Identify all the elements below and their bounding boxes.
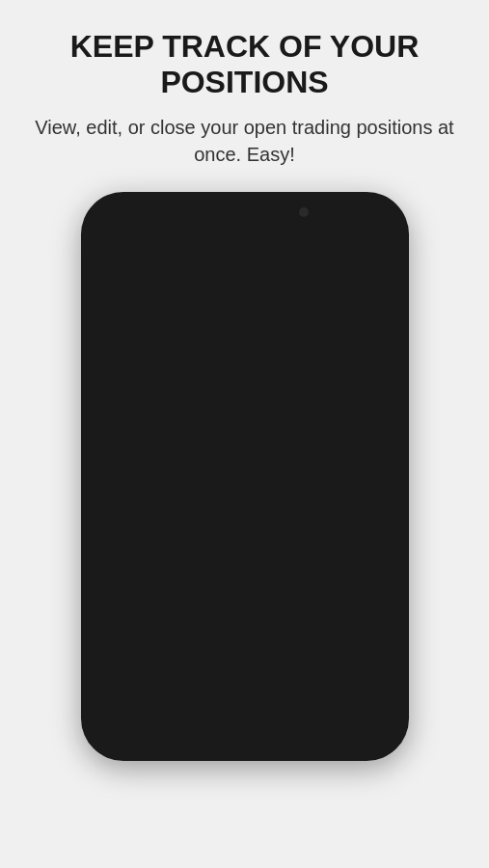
pnl-current-label: Current (293, 491, 361, 501)
chart-button[interactable] (361, 549, 386, 568)
amount-opening-label: Opening (216, 545, 293, 555)
svg-rect-26 (374, 617, 377, 629)
chart-button-wrapper (361, 549, 390, 568)
svg-rect-13 (369, 425, 372, 435)
tab-icon-wrapper-orders: 0 (305, 234, 330, 259)
position-pnl: -$5.60 (293, 542, 361, 556)
amount-info: 100 Stocks Opening 76.66 Current 76.58 (216, 598, 293, 648)
pnl-current-val: 231.38 (293, 501, 361, 510)
pnl-current-label: Current (293, 556, 361, 565)
svg-rect-17 (369, 490, 372, 500)
svg-rect-9 (369, 361, 372, 370)
svg-rect-15 (378, 426, 381, 435)
amount-current-label: Current (216, 500, 293, 509)
positions-badge: 5 (177, 229, 193, 244)
pnl-current-val: 1.12104 (293, 565, 361, 575)
chart-button-wrapper (361, 355, 390, 374)
instrument-info: Crude Oil 24/04/2019 15:17 (127, 348, 216, 381)
amount-opening-label: Opening (216, 416, 293, 425)
amount-opening-label: Opening (216, 480, 293, 490)
svg-marker-3 (176, 249, 181, 254)
direction-icon (100, 553, 127, 564)
pnl-current-val: 1273.04 (293, 436, 361, 446)
svg-rect-21 (369, 555, 372, 564)
instrument-time: 15:17 (127, 436, 216, 446)
pnl-info: -$5.60 Current 1.12104 (293, 542, 361, 575)
svg-rect-25 (369, 619, 372, 629)
svg-rect-2 (165, 251, 175, 253)
instrument-date: 24/04/2019 (127, 426, 216, 436)
svg-rect-20 (366, 557, 368, 564)
col-amount: Amount (216, 315, 293, 326)
svg-rect-24 (366, 622, 368, 629)
pnl-info: -$8.97 Current 76.58 (293, 607, 361, 639)
tab-orders-label: Limit Orders (290, 262, 342, 273)
instrument-time: 15:17 (127, 371, 216, 381)
amount-num: 50 Stocks (216, 469, 293, 480)
instrument-name: Gold (127, 413, 216, 426)
close-losing-button[interactable]: CloseAll LosingPositions (193, 689, 296, 747)
svg-line-7 (317, 247, 320, 249)
amount-opening-val: 66.14 (216, 361, 293, 370)
orders-badge: 0 (322, 229, 338, 244)
pnl-current-label: Current (293, 426, 361, 436)
amount-num: 100 Stocks (216, 598, 293, 610)
direction-icon (100, 359, 127, 370)
amount-current-val: 1.12104 (216, 574, 293, 583)
positions-list: Crude Oil 24/04/2019 15:17 250 Contracts… (91, 333, 399, 689)
direction-icon (100, 488, 127, 500)
instrument-info: Gold 24/04/2019 15:17 (127, 413, 216, 446)
close-all-button[interactable]: CloseAll Positions (91, 689, 194, 747)
position-pnl: -$8.97 (293, 607, 361, 620)
chart-button[interactable] (361, 420, 386, 439)
pnl-current-label: Current (293, 362, 361, 371)
table-row[interactable]: Crude Oil 24/04/2019 15:17 250 Contracts… (91, 333, 399, 397)
pnl-current-val: 66.20 (293, 371, 361, 381)
amount-num: 20,000 EUR (216, 533, 293, 545)
col-pnl: P&L ($) (293, 315, 361, 326)
svg-rect-0 (165, 241, 180, 243)
chart-button[interactable] (361, 484, 386, 503)
table-row[interactable]: Gold 24/04/2019 15:17 25 Contracts Openi… (91, 397, 399, 462)
tab-open-positions[interactable]: 5 Open Positions (100, 229, 245, 281)
amount-opening-label: Opening (216, 351, 293, 361)
instrument-date: 24/04/2019 (127, 556, 216, 565)
col-instrument: Instrument (127, 315, 216, 326)
instrument-info: BMW 24/04/2019 15:16 (127, 607, 216, 639)
instrument-name: Adidas (127, 477, 216, 491)
tab-bar: 5 Open Positions 0 Limit Orders (91, 205, 399, 282)
svg-rect-16 (366, 493, 368, 500)
phone-mockup: 5 Open Positions 0 Limit Orders (81, 192, 409, 761)
table-header: B/S Instrument Amount P&L ($) (91, 310, 399, 333)
svg-rect-8 (366, 364, 368, 370)
pnl-info: -$12.33 Current 231.38 (293, 477, 361, 510)
table-row[interactable]: Adidas 24/04/2019 15:17 50 Stocks Openin… (91, 462, 399, 527)
pnl-current-label: Current (293, 620, 361, 630)
instrument-name: EUR/USD (127, 542, 216, 556)
svg-rect-12 (366, 428, 368, 435)
tab-limit-orders[interactable]: 0 Limit Orders (245, 229, 390, 281)
chart-button[interactable] (361, 355, 386, 374)
amount-info: 20,000 EUR Opening 1.12076 Current 1.121… (216, 533, 293, 583)
svg-rect-14 (374, 423, 377, 435)
instrument-info: EUR/USD 24/04/2019 15:16 (127, 542, 216, 575)
amount-current-label: Current (216, 370, 293, 380)
position-pnl: -$15.50 (293, 413, 361, 426)
chart-button[interactable] (361, 613, 386, 633)
amount-opening-label: Opening (216, 610, 293, 619)
tab-icon-wrapper-positions: 5 (160, 234, 185, 259)
amount-current-label: Current (216, 564, 293, 574)
chart-button-wrapper (361, 420, 390, 439)
instrument-name: Crude Oil (127, 348, 216, 362)
amount-num: 25 Contracts (216, 404, 293, 416)
close-profitable-button[interactable]: CloseAll ProfitablePositions (296, 689, 399, 747)
instrument-date: 24/04/2019 (127, 362, 216, 371)
table-row[interactable]: BMW 24/04/2019 15:16 100 Stocks Opening … (91, 591, 399, 656)
amount-opening-val: 231.6 (216, 490, 293, 500)
amount-opening-val: 76.66 (216, 619, 293, 629)
svg-rect-23 (378, 556, 381, 564)
amount-info: 50 Stocks Opening 231.6 Current 231.38 (216, 469, 293, 519)
direction-icon (100, 423, 127, 435)
table-row[interactable]: EUR/USD 24/04/2019 15:16 20,000 EUR Open… (91, 527, 399, 591)
col-bs: B/S (100, 315, 127, 326)
